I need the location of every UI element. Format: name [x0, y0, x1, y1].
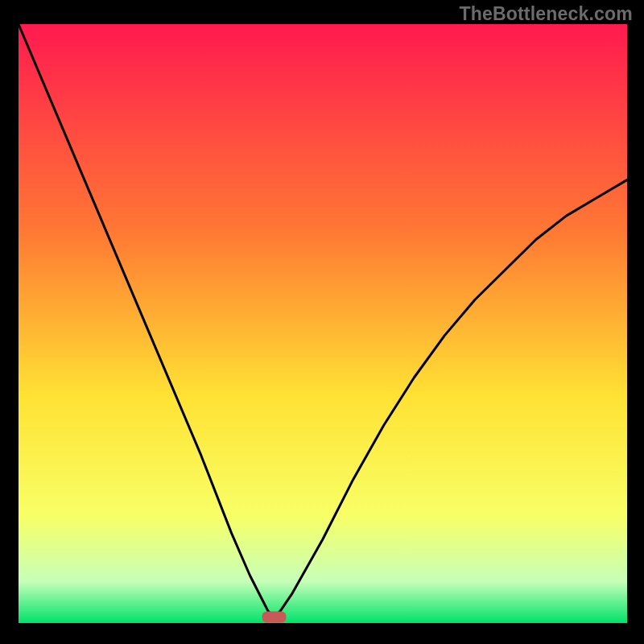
chart-frame: TheBottleneck.com — [0, 0, 644, 644]
minimum-marker — [262, 612, 287, 623]
bottleneck-chart — [19, 24, 627, 623]
watermark-text: TheBottleneck.com — [459, 3, 633, 25]
gradient-background — [19, 24, 627, 623]
plot-area — [19, 24, 627, 623]
